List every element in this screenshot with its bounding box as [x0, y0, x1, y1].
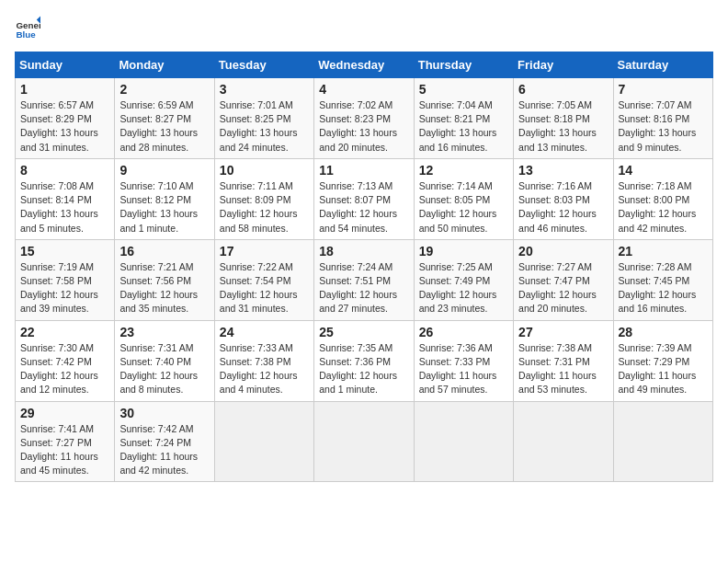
calendar-cell: 1Sunrise: 6:57 AM Sunset: 8:29 PM Daylig…: [16, 78, 115, 159]
weekday-header-tuesday: Tuesday: [214, 52, 313, 78]
day-info: Sunrise: 7:27 AM Sunset: 7:47 PM Dayligh…: [518, 260, 608, 316]
day-number: 11: [319, 163, 408, 178]
day-info: Sunrise: 7:35 AM Sunset: 7:36 PM Dayligh…: [319, 341, 408, 397]
day-info: Sunrise: 7:18 AM Sunset: 8:00 PM Dayligh…: [619, 179, 708, 236]
day-number: 28: [619, 325, 708, 339]
day-number: 6: [518, 82, 608, 97]
day-info: Sunrise: 7:21 AM Sunset: 7:56 PM Dayligh…: [119, 260, 209, 316]
day-number: 30: [119, 406, 209, 420]
calendar-cell: 11Sunrise: 7:13 AM Sunset: 8:07 PM Dayli…: [314, 158, 414, 239]
day-number: 13: [518, 163, 608, 178]
day-info: Sunrise: 6:57 AM Sunset: 8:29 PM Dayligh…: [20, 98, 109, 155]
day-info: Sunrise: 6:59 AM Sunset: 8:27 PM Dayligh…: [119, 98, 209, 155]
calendar-week-2: 8Sunrise: 7:08 AM Sunset: 8:14 PM Daylig…: [16, 158, 713, 239]
day-number: 22: [20, 325, 109, 339]
calendar-week-3: 15Sunrise: 7:19 AM Sunset: 7:58 PM Dayli…: [16, 239, 713, 320]
calendar-cell: 27Sunrise: 7:38 AM Sunset: 7:31 PM Dayli…: [514, 320, 613, 401]
weekday-header-friday: Friday: [514, 52, 613, 78]
calendar-cell: 20Sunrise: 7:27 AM Sunset: 7:47 PM Dayli…: [514, 239, 613, 320]
calendar-cell: 24Sunrise: 7:33 AM Sunset: 7:38 PM Dayli…: [214, 320, 313, 401]
day-info: Sunrise: 7:28 AM Sunset: 7:45 PM Dayligh…: [619, 260, 708, 316]
day-number: 26: [419, 325, 508, 339]
calendar-cell: [514, 401, 613, 482]
calendar-cell: 30Sunrise: 7:42 AM Sunset: 7:24 PM Dayli…: [115, 401, 214, 482]
svg-text:Blue: Blue: [16, 29, 36, 40]
calendar-cell: 12Sunrise: 7:14 AM Sunset: 8:05 PM Dayli…: [414, 158, 513, 239]
day-info: Sunrise: 7:01 AM Sunset: 8:25 PM Dayligh…: [220, 98, 309, 155]
day-number: 21: [619, 244, 708, 259]
day-number: 18: [319, 244, 408, 259]
day-info: Sunrise: 7:13 AM Sunset: 8:07 PM Dayligh…: [319, 179, 408, 236]
calendar-cell: 25Sunrise: 7:35 AM Sunset: 7:36 PM Dayli…: [314, 320, 414, 401]
calendar-cell: 28Sunrise: 7:39 AM Sunset: 7:29 PM Dayli…: [613, 320, 712, 401]
calendar-cell: 22Sunrise: 7:30 AM Sunset: 7:42 PM Dayli…: [16, 320, 115, 401]
day-number: 4: [319, 82, 408, 97]
calendar-cell: 14Sunrise: 7:18 AM Sunset: 8:00 PM Dayli…: [613, 158, 712, 239]
day-number: 9: [119, 163, 209, 178]
day-info: Sunrise: 7:42 AM Sunset: 7:24 PM Dayligh…: [119, 422, 209, 478]
day-info: Sunrise: 7:38 AM Sunset: 7:31 PM Dayligh…: [518, 341, 608, 397]
calendar-table: SundayMondayTuesdayWednesdayThursdayFrid…: [15, 52, 713, 482]
calendar-cell: 29Sunrise: 7:41 AM Sunset: 7:27 PM Dayli…: [16, 401, 115, 482]
day-info: Sunrise: 7:24 AM Sunset: 7:51 PM Dayligh…: [319, 260, 408, 316]
calendar-cell: [314, 401, 414, 482]
calendar-cell: 4Sunrise: 7:02 AM Sunset: 8:23 PM Daylig…: [314, 78, 414, 159]
day-number: 3: [220, 82, 309, 97]
day-info: Sunrise: 7:08 AM Sunset: 8:14 PM Dayligh…: [20, 179, 109, 236]
calendar-cell: 19Sunrise: 7:25 AM Sunset: 7:49 PM Dayli…: [414, 239, 513, 320]
day-info: Sunrise: 7:10 AM Sunset: 8:12 PM Dayligh…: [119, 179, 209, 236]
day-info: Sunrise: 7:36 AM Sunset: 7:33 PM Dayligh…: [419, 341, 508, 397]
day-number: 29: [20, 406, 109, 420]
calendar-cell: 2Sunrise: 6:59 AM Sunset: 8:27 PM Daylig…: [115, 78, 214, 159]
day-number: 27: [518, 325, 608, 339]
calendar-cell: 16Sunrise: 7:21 AM Sunset: 7:56 PM Dayli…: [115, 239, 214, 320]
day-number: 17: [220, 244, 309, 259]
day-number: 1: [20, 82, 109, 97]
day-number: 20: [518, 244, 608, 259]
calendar-cell: [214, 401, 313, 482]
day-number: 5: [419, 82, 508, 97]
day-number: 15: [20, 244, 109, 259]
day-info: Sunrise: 7:19 AM Sunset: 7:58 PM Dayligh…: [20, 260, 109, 316]
logo: General Blue: [15, 15, 44, 40]
day-number: 8: [20, 163, 109, 178]
calendar-week-5: 29Sunrise: 7:41 AM Sunset: 7:27 PM Dayli…: [16, 401, 713, 482]
day-info: Sunrise: 7:16 AM Sunset: 8:03 PM Dayligh…: [518, 179, 608, 236]
calendar-cell: 21Sunrise: 7:28 AM Sunset: 7:45 PM Dayli…: [613, 239, 712, 320]
day-info: Sunrise: 7:33 AM Sunset: 7:38 PM Dayligh…: [220, 341, 309, 397]
calendar-week-1: 1Sunrise: 6:57 AM Sunset: 8:29 PM Daylig…: [16, 78, 713, 159]
logo-icon: General Blue: [15, 15, 40, 40]
day-info: Sunrise: 7:25 AM Sunset: 7:49 PM Dayligh…: [419, 260, 508, 316]
weekday-header-sunday: Sunday: [16, 52, 115, 78]
calendar-cell: [414, 401, 513, 482]
day-number: 19: [419, 244, 508, 259]
day-info: Sunrise: 7:39 AM Sunset: 7:29 PM Dayligh…: [619, 341, 708, 397]
calendar-cell: 26Sunrise: 7:36 AM Sunset: 7:33 PM Dayli…: [414, 320, 513, 401]
day-info: Sunrise: 7:31 AM Sunset: 7:40 PM Dayligh…: [119, 341, 209, 397]
day-number: 24: [220, 325, 309, 339]
calendar-cell: 9Sunrise: 7:10 AM Sunset: 8:12 PM Daylig…: [115, 158, 214, 239]
day-info: Sunrise: 7:04 AM Sunset: 8:21 PM Dayligh…: [419, 98, 508, 155]
calendar-cell: 6Sunrise: 7:05 AM Sunset: 8:18 PM Daylig…: [514, 78, 613, 159]
day-number: 12: [419, 163, 508, 178]
calendar-cell: 8Sunrise: 7:08 AM Sunset: 8:14 PM Daylig…: [16, 158, 115, 239]
page-header: General Blue: [15, 15, 713, 40]
calendar-week-4: 22Sunrise: 7:30 AM Sunset: 7:42 PM Dayli…: [16, 320, 713, 401]
calendar-cell: 3Sunrise: 7:01 AM Sunset: 8:25 PM Daylig…: [214, 78, 313, 159]
calendar-cell: 17Sunrise: 7:22 AM Sunset: 7:54 PM Dayli…: [214, 239, 313, 320]
day-info: Sunrise: 7:02 AM Sunset: 8:23 PM Dayligh…: [319, 98, 408, 155]
day-info: Sunrise: 7:05 AM Sunset: 8:18 PM Dayligh…: [518, 98, 608, 155]
day-number: 23: [119, 325, 209, 339]
calendar-cell: 23Sunrise: 7:31 AM Sunset: 7:40 PM Dayli…: [115, 320, 214, 401]
day-number: 16: [119, 244, 209, 259]
calendar-cell: 5Sunrise: 7:04 AM Sunset: 8:21 PM Daylig…: [414, 78, 513, 159]
calendar-cell: 13Sunrise: 7:16 AM Sunset: 8:03 PM Dayli…: [514, 158, 613, 239]
day-info: Sunrise: 7:07 AM Sunset: 8:16 PM Dayligh…: [619, 98, 708, 155]
day-info: Sunrise: 7:22 AM Sunset: 7:54 PM Dayligh…: [220, 260, 309, 316]
weekday-header-wednesday: Wednesday: [314, 52, 414, 78]
calendar-cell: [613, 401, 712, 482]
day-info: Sunrise: 7:41 AM Sunset: 7:27 PM Dayligh…: [20, 422, 109, 478]
day-number: 25: [319, 325, 408, 339]
calendar-cell: 7Sunrise: 7:07 AM Sunset: 8:16 PM Daylig…: [613, 78, 712, 159]
weekday-header-row: SundayMondayTuesdayWednesdayThursdayFrid…: [16, 52, 713, 78]
